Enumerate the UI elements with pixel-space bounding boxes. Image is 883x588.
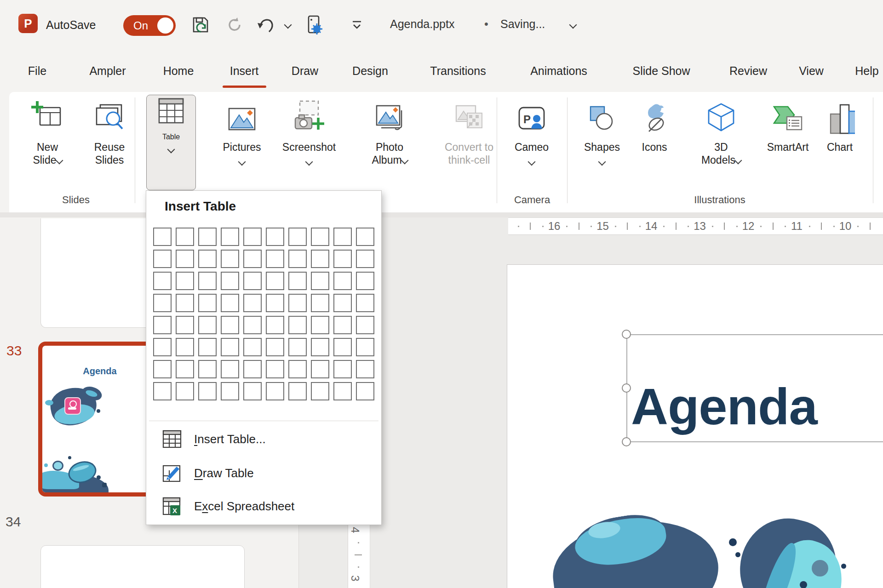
grid-cell[interactable]	[356, 272, 374, 290]
grid-cell[interactable]	[266, 360, 284, 378]
grid-cell[interactable]	[243, 228, 262, 246]
redo-icon[interactable]	[224, 14, 246, 36]
grid-cell[interactable]	[266, 272, 284, 290]
grid-cell[interactable]	[333, 272, 352, 290]
grid-cell[interactable]	[288, 272, 307, 290]
grid-cell[interactable]	[153, 272, 172, 290]
grid-cell[interactable]	[243, 382, 262, 400]
3d-models-button[interactable]: 3D Models	[687, 96, 756, 166]
save-sync-icon[interactable]	[189, 14, 212, 36]
new-slide-button[interactable]: New Slide	[13, 96, 82, 166]
grid-cell[interactable]	[311, 250, 329, 268]
grid-cell[interactable]	[198, 360, 217, 378]
reuse-slides-button[interactable]: Reuse Slides	[75, 96, 144, 166]
grid-cell[interactable]	[153, 382, 172, 400]
grid-cell[interactable]	[356, 228, 374, 246]
grid-cell[interactable]	[221, 228, 239, 246]
tab-file[interactable]: File	[26, 62, 48, 80]
grid-cell[interactable]	[288, 294, 307, 312]
grid-cell[interactable]	[198, 338, 217, 356]
grid-cell[interactable]	[333, 228, 352, 246]
tab-slide-show[interactable]: Slide Show	[631, 62, 692, 80]
grid-cell[interactable]	[356, 250, 374, 268]
grid-cell[interactable]	[176, 250, 194, 268]
grid-cell[interactable]	[153, 316, 172, 334]
tab-transitions[interactable]: Transitions	[428, 62, 487, 80]
autosave-toggle[interactable]: On	[123, 15, 176, 36]
menu-item-excel-spreadsheet[interactable]: X Excel Spreadsheet	[156, 493, 373, 519]
undo-dropdown-chevron-icon[interactable]	[284, 21, 292, 29]
grid-cell[interactable]	[311, 294, 329, 312]
title-dropdown-chevron-icon[interactable]	[569, 21, 577, 29]
grid-cell[interactable]	[221, 250, 239, 268]
settings-doc-icon[interactable]	[303, 14, 325, 36]
table-button[interactable]: Table	[146, 95, 196, 190]
grid-cell[interactable]	[243, 360, 262, 378]
grid-cell[interactable]	[288, 382, 307, 400]
tab-insert[interactable]: Insert	[228, 62, 261, 80]
grid-cell[interactable]	[333, 338, 352, 356]
cameo-button[interactable]: P Cameo	[497, 96, 566, 165]
grid-cell[interactable]	[311, 338, 329, 356]
grid-cell[interactable]	[356, 316, 374, 334]
document-title[interactable]: Agenda.pptx	[390, 17, 454, 31]
menu-item-draw-table[interactable]: Draw Table	[156, 460, 373, 486]
grid-cell[interactable]	[153, 360, 172, 378]
menu-item-insert-table[interactable]: Insert Table...	[156, 426, 373, 452]
grid-cell[interactable]	[266, 294, 284, 312]
qat-overflow-icon[interactable]	[346, 14, 368, 36]
slide-34-thumbnail[interactable]	[40, 545, 245, 588]
grid-cell[interactable]	[198, 294, 217, 312]
grid-cell[interactable]	[311, 316, 329, 334]
icons-button[interactable]: Icons	[620, 96, 689, 154]
grid-cell[interactable]	[288, 360, 307, 378]
grid-cell[interactable]	[198, 228, 217, 246]
grid-cell[interactable]	[243, 316, 262, 334]
tab-animations[interactable]: Animations	[528, 62, 589, 80]
grid-cell[interactable]	[356, 360, 374, 378]
grid-cell[interactable]	[243, 338, 262, 356]
grid-cell[interactable]	[266, 338, 284, 356]
grid-cell[interactable]	[333, 382, 352, 400]
selection-handle-middle-left[interactable]	[622, 383, 631, 393]
grid-cell[interactable]	[153, 250, 172, 268]
chart-button[interactable]: Chart	[805, 96, 874, 154]
grid-cell[interactable]	[198, 316, 217, 334]
grid-cell[interactable]	[221, 338, 239, 356]
grid-cell[interactable]	[176, 272, 194, 290]
grid-cell[interactable]	[198, 272, 217, 290]
tab-view[interactable]: View	[797, 62, 826, 80]
grid-cell[interactable]	[288, 316, 307, 334]
grid-cell[interactable]	[176, 360, 194, 378]
pictures-button[interactable]: Pictures	[207, 96, 276, 165]
grid-cell[interactable]	[333, 360, 352, 378]
grid-cell[interactable]	[198, 250, 217, 268]
grid-cell[interactable]	[176, 228, 194, 246]
grid-cell[interactable]	[356, 382, 374, 400]
grid-cell[interactable]	[311, 360, 329, 378]
selection-handle-bottom-left[interactable]	[622, 437, 631, 446]
grid-cell[interactable]	[311, 382, 329, 400]
grid-cell[interactable]	[153, 294, 172, 312]
grid-cell[interactable]	[311, 228, 329, 246]
tab-review[interactable]: Review	[728, 62, 769, 80]
grid-cell[interactable]	[356, 294, 374, 312]
grid-cell[interactable]	[176, 382, 194, 400]
grid-cell[interactable]	[221, 360, 239, 378]
grid-cell[interactable]	[153, 228, 172, 246]
table-size-grid[interactable]	[153, 228, 374, 400]
grid-cell[interactable]	[333, 250, 352, 268]
grid-cell[interactable]	[266, 228, 284, 246]
tab-ampler[interactable]: Ampler	[87, 62, 127, 80]
grid-cell[interactable]	[153, 338, 172, 356]
selection-handle-top-left[interactable]	[622, 330, 631, 339]
powerpoint-logo-icon[interactable]: P	[18, 14, 38, 33]
grid-cell[interactable]	[266, 382, 284, 400]
grid-cell[interactable]	[266, 316, 284, 334]
screenshot-button[interactable]: Screenshot	[275, 96, 344, 165]
grid-cell[interactable]	[288, 338, 307, 356]
tab-draw[interactable]: Draw	[290, 62, 320, 80]
undo-icon[interactable]	[256, 14, 278, 36]
grid-cell[interactable]	[221, 316, 239, 334]
grid-cell[interactable]	[221, 294, 239, 312]
